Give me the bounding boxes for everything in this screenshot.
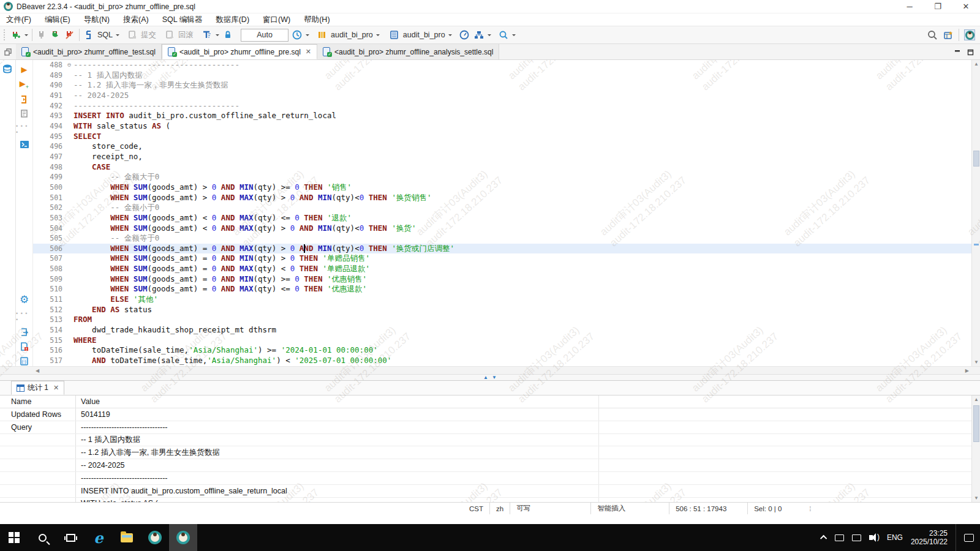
code-line-515[interactable]: 515WHERE <box>33 335 971 346</box>
scroll-left-arrow[interactable]: ◀ <box>36 368 39 373</box>
transaction-log-icon[interactable] <box>292 29 303 40</box>
code-line-507[interactable]: 507 WHEN SUM(goods_amt) = 0 AND MIN(qty)… <box>33 253 971 264</box>
editor-tab-1[interactable]: ✓<audit_bi_pro> zhumr_offline_pre.sql✕ <box>162 44 317 59</box>
code-line-500[interactable]: 500 WHEN SUM(goods_amt) > 0 AND MIN(qty)… <box>33 182 971 193</box>
schema-selector[interactable]: audit_bi_pro <box>403 31 445 39</box>
code-line-495[interactable]: 495SELECT <box>33 132 971 142</box>
maximize-button[interactable]: ❐ <box>924 0 952 13</box>
code-line-513[interactable]: 513FROM <box>33 315 971 325</box>
database-selector-dropdown[interactable] <box>376 34 380 38</box>
minimize-button[interactable]: ─ <box>895 0 924 13</box>
export-result-icon[interactable] <box>20 328 29 337</box>
settings-gear-icon[interactable]: ⚙ <box>20 293 29 305</box>
code-line-497[interactable]: 497 receipt_no, <box>33 152 971 162</box>
start-button[interactable] <box>0 524 28 551</box>
menu-item-2[interactable]: 导航(N) <box>84 15 110 25</box>
sql-label[interactable]: SQL <box>97 31 113 39</box>
tabbar-minimize-icon[interactable] <box>954 49 961 56</box>
code-line-509[interactable]: 509 WHEN SUM(goods_amt) = 0 AND MIN(qty)… <box>33 274 971 285</box>
network-tray-icon[interactable] <box>852 534 861 541</box>
status-writable[interactable]: 可写 <box>510 503 591 514</box>
code-line-504[interactable]: 504 WHEN SUM(goods_amt) < 0 AND MAX(qty)… <box>33 223 971 234</box>
code-line-505[interactable]: 505 -- 金额等于0 <box>33 233 971 244</box>
stats-row-2[interactable]: -- 1 插入国内数据 <box>0 434 980 447</box>
code-line-514[interactable]: 514 dwd_trade_hkaudit_shop_receipt_mt dt… <box>33 325 971 335</box>
stats-tab[interactable]: 统计 1 ✕ <box>11 381 64 395</box>
code-line-517[interactable]: 517 AND toDateTime(sale_time,'Asia/Shang… <box>33 356 971 366</box>
code-line-510[interactable]: 510 WHEN SUM(goods_amt) = 0 AND MAX(qty)… <box>33 284 971 294</box>
menu-item-6[interactable]: 窗口(W) <box>263 15 290 25</box>
stats-row-1[interactable]: Query---------------------------------- <box>0 421 980 434</box>
code-line-516[interactable]: 516 toDateTime(sale_time,'Asia/Shanghai'… <box>33 345 971 356</box>
splitter-down-arrow[interactable]: ▼ <box>492 375 497 380</box>
code-line-494[interactable]: 494WITH sale_status AS ( <box>33 121 971 132</box>
menu-item-4[interactable]: SQL 编辑器 <box>162 15 203 25</box>
task-view-icon[interactable] <box>56 524 85 551</box>
tabbar-maximize-icon[interactable] <box>967 49 974 56</box>
commit-mode-box[interactable]: Auto <box>241 29 288 42</box>
editor-vertical-scrollbar[interactable]: ▲ ▼ <box>971 60 980 366</box>
quick-access-search-icon[interactable] <box>927 29 938 40</box>
vscroll-thumb[interactable] <box>973 151 979 167</box>
dbeaver-perspective-avatar[interactable] <box>964 29 975 40</box>
internet-explorer-icon[interactable]: e <box>85 524 113 551</box>
code-line-502[interactable]: 502 -- 金额小于0 <box>33 203 971 213</box>
fold-collapse-icon[interactable]: ⊖ <box>65 60 74 70</box>
sql-dropdown[interactable] <box>116 34 119 38</box>
status-insert-mode[interactable]: 智能插入 <box>591 503 669 514</box>
execute-script-icon[interactable] <box>20 95 29 104</box>
menu-item-1[interactable]: 编辑(E) <box>45 15 70 25</box>
tab-close-icon[interactable]: ✕ <box>306 48 311 56</box>
database-navigator-icon[interactable] <box>2 64 13 73</box>
code-line-501[interactable]: 501 WHEN SUM(goods_amt) > 0 AND MAX(qty)… <box>33 193 971 203</box>
db-search-dropdown[interactable] <box>512 34 516 38</box>
network-topology-icon[interactable] <box>473 29 484 40</box>
code-line-508[interactable]: 508 WHEN SUM(goods_amt) = 0 AND MAX(qty)… <box>33 264 971 274</box>
reconnect-icon[interactable] <box>50 29 61 40</box>
file-explorer-icon[interactable] <box>113 524 141 551</box>
db-search-icon[interactable] <box>498 29 509 40</box>
explain-plan-icon[interactable] <box>20 109 29 118</box>
panel-splitter[interactable]: ▲ ▼ <box>0 374 980 381</box>
taskbar-search-icon[interactable] <box>28 524 56 551</box>
taskbar-clock[interactable]: 23:25 2025/10/22 <box>911 529 948 546</box>
transaction-filter-icon[interactable] <box>202 29 213 40</box>
code-line-512[interactable]: 512 END AS status <box>33 305 971 315</box>
code-line-499[interactable]: 499 -- 金额大于0 <box>33 172 971 182</box>
stats-row-7[interactable]: WITH sale_status AS ( <box>0 498 980 502</box>
schema-selector-dropdown[interactable] <box>448 34 452 38</box>
code-viewport[interactable]: 488⊖------------------------------------… <box>33 60 971 366</box>
code-line-493[interactable]: 493INSERT INTO audit_bi_pro.custom_offli… <box>33 111 971 121</box>
menu-item-7[interactable]: 帮助(H) <box>304 15 330 25</box>
editor-tab-0[interactable]: ✓<audit_bi_pro> zhumr_offline_test.sql <box>16 44 162 59</box>
stats-row-6[interactable]: INSERT INTO audit_bi_pro.custom_offline_… <box>0 485 980 498</box>
menu-item-3[interactable]: 搜索(A) <box>123 15 149 25</box>
stats-row-4[interactable]: -- 2024-2025 <box>0 459 980 472</box>
scroll-up-arrow[interactable]: ▲ <box>972 61 980 67</box>
tray-expand-icon[interactable] <box>820 535 827 542</box>
overview-current-line-mark[interactable] <box>974 244 979 246</box>
menu-item-5[interactable]: 数据库(D) <box>216 15 249 25</box>
input-language[interactable]: ENG <box>887 533 903 542</box>
code-line-496[interactable]: 496 store_code, <box>33 141 971 152</box>
restore-panel-icon[interactable] <box>0 44 16 59</box>
code-line-492[interactable]: 492------------------------------------ <box>33 101 971 111</box>
code-line-489[interactable]: 489-- 1 插入国内数据 <box>33 70 971 81</box>
action-center-icon[interactable] <box>964 534 974 542</box>
new-connection-dropdown[interactable] <box>24 34 28 38</box>
scroll-down-arrow[interactable]: ▼ <box>972 359 980 365</box>
lock-icon[interactable] <box>222 29 233 40</box>
sql-terminal-icon[interactable] <box>20 140 29 149</box>
code-line-511[interactable]: 511 ELSE '其他' <box>33 294 971 305</box>
code-line-488[interactable]: 488⊖------------------------------------ <box>33 60 971 70</box>
close-button[interactable]: ✕ <box>952 0 980 13</box>
new-connection-icon[interactable] <box>10 29 21 40</box>
editor-horizontal-scrollbar[interactable]: ◀ ▶ <box>0 366 980 374</box>
sql-editor-icon[interactable] <box>83 29 94 40</box>
code-line-498[interactable]: 498 CASE <box>33 162 971 173</box>
error-document-icon[interactable] <box>20 342 29 351</box>
scroll-right-arrow[interactable]: ▶ <box>965 368 969 373</box>
status-caret-position[interactable]: 506 : 51 : 17943 <box>669 503 748 514</box>
splitter-up-arrow[interactable]: ▲ <box>483 375 488 380</box>
execute-statement-icon[interactable]: ▶ <box>21 65 28 74</box>
